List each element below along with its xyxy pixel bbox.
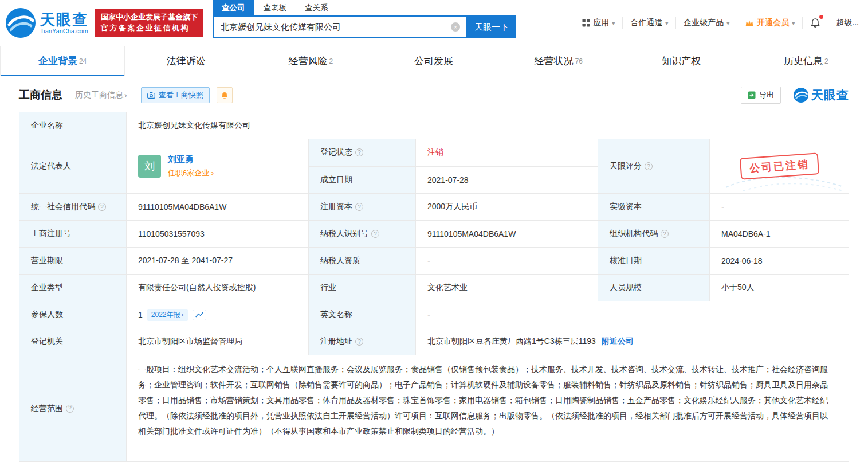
notification-red-dot xyxy=(819,15,823,19)
menu-apps-label: 应用 xyxy=(593,18,609,28)
table-row: 参保人数 1 2022年报 › 英文名称 - xyxy=(19,301,849,328)
credit-code-label: 统一社会信用代码 ? xyxy=(19,194,127,221)
reg-address-value: 北京市朝阳区豆各庄黄厂西路1号C3栋三层1193 附近公司 xyxy=(416,328,849,355)
establish-date-value: 2021-07-28 xyxy=(416,167,598,194)
menu-vip-upgrade[interactable]: 开通会员 ▾ xyxy=(737,17,802,29)
help-icon[interactable]: ? xyxy=(661,230,669,238)
clear-search-icon[interactable]: × xyxy=(451,22,460,32)
legal-rep-name-link[interactable]: 刘亚勇 xyxy=(168,154,214,165)
export-button[interactable]: 导出 xyxy=(741,87,781,104)
table-row: 登记机关 北京市朝阳区市场监督管理局 注册地址 ? 北京市朝阳区豆各庄黄厂西路1… xyxy=(19,328,849,355)
english-name-value: - xyxy=(416,301,849,328)
reg-capital-value: 2000万人民币 xyxy=(416,194,598,221)
reg-number-label: 工商注册号 xyxy=(19,221,127,248)
export-button-label: 导出 xyxy=(759,90,774,100)
help-icon[interactable]: ? xyxy=(355,203,363,211)
table-row: 法定代表人 刘 刘亚勇 任职6家企业 › 登记状态 ? xyxy=(19,139,849,194)
legal-rep-value: 刘 刘亚勇 任职6家企业 › xyxy=(127,139,309,194)
tianyancha-logo[interactable]: 天眼查 TianYanCha.com xyxy=(6,8,88,38)
tab-operation-risk[interactable]: 经营风险2 xyxy=(249,46,372,76)
page: 天眼查 TianYanCha.com 国家中小企业发展子基金旗下 官方备案企业征… xyxy=(0,0,868,466)
tab-label: 法律诉讼 xyxy=(167,54,206,68)
tab-label: 企业背景 xyxy=(38,54,77,68)
search-button[interactable]: 天眼一下 xyxy=(467,15,516,38)
table-row: 企业类型 有限责任公司(自然人投资或控股) 行业 文化艺术业 人员规模 小于50… xyxy=(19,275,849,301)
taxpayer-id-value: 91110105MA04DB6A1W xyxy=(416,221,598,248)
menu-partner[interactable]: 合作通道 ▾ xyxy=(622,17,675,29)
industry-label: 行业 xyxy=(309,275,416,301)
chevron-down-icon: ▾ xyxy=(792,20,795,26)
table-row: 经营范围 ? 一般项目：组织文化艺术交流活动；个人互联网直播服务；会议及展览服务… xyxy=(19,355,849,462)
approval-date-label: 核准日期 xyxy=(598,248,710,275)
search-tabs: 查公司 查老板 查关系 xyxy=(213,0,516,15)
table-row: 企业名称 北京媛创兄妹文化传媒有限公司 xyxy=(19,112,849,139)
paid-capital-value: - xyxy=(710,194,849,221)
history-link-label: 历史工商信息 xyxy=(75,90,123,100)
insured-count-value: 1 2022年报 › xyxy=(127,301,309,328)
company-name-value: 北京媛创兄妹文化传媒有限公司 xyxy=(127,112,849,139)
company-name-label: 企业名称 xyxy=(19,112,127,139)
export-icon xyxy=(748,91,756,99)
search-box: × xyxy=(213,15,467,38)
tab-company-development[interactable]: 公司发展 xyxy=(372,46,496,76)
search-input[interactable] xyxy=(214,22,451,32)
reg-status-label: 登记状态 ? xyxy=(309,139,416,167)
snapshot-button-label: 查看工商快照 xyxy=(159,90,203,100)
org-code-label: 组织机构代码 ? xyxy=(598,221,710,248)
view-snapshot-button[interactable]: 查看工商快照 xyxy=(141,87,210,103)
chevron-down-icon: ▾ xyxy=(726,20,729,26)
tab-history-info[interactable]: 历史信息2 xyxy=(744,46,868,76)
menu-vip-label: 开通会员 xyxy=(757,18,789,28)
business-scope-value: 一般项目：组织文化艺术交流活动；个人互联网直播服务；会议及展览服务；食品销售（仅… xyxy=(127,355,849,462)
nearby-companies-link[interactable]: 附近公司 xyxy=(602,336,634,347)
chevron-right-icon: › xyxy=(211,169,214,177)
help-icon[interactable]: ? xyxy=(645,162,653,170)
menu-apps[interactable]: 应用 ▾ xyxy=(575,17,622,29)
legal-rep-text: 刘亚勇 任职6家企业 › xyxy=(168,154,214,178)
search-tab-relation[interactable]: 查关系 xyxy=(296,0,337,15)
paid-capital-label: 实缴资本 xyxy=(598,194,710,221)
tab-label: 经营状况 xyxy=(534,54,573,68)
org-code-value: MA04DB6A-1 xyxy=(710,221,849,248)
taxpayer-id-label: 纳税人识别号 ? xyxy=(309,221,416,248)
reg-authority-value: 北京市朝阳区市场监督管理局 xyxy=(127,328,309,355)
staff-size-value: 小于50人 xyxy=(710,275,849,301)
tab-intellectual-property[interactable]: 知识产权 xyxy=(620,46,744,76)
business-term-label: 营业期限 xyxy=(19,248,127,275)
trend-chart-icon[interactable] xyxy=(193,310,206,320)
badge-line-1: 国家中小企业发展子基金旗下 xyxy=(101,12,198,23)
tab-company-background[interactable]: 企业背景24 xyxy=(0,46,125,76)
search-tab-boss[interactable]: 查老板 xyxy=(254,0,296,15)
legal-rep-label: 法定代表人 xyxy=(19,139,127,194)
menu-enterprise-product[interactable]: 企业级产品 ▾ xyxy=(675,17,737,29)
reg-authority-label: 登记机关 xyxy=(19,328,127,355)
help-icon[interactable]: ? xyxy=(98,203,106,211)
tab-count: 2 xyxy=(329,57,333,65)
tab-operation-status[interactable]: 经营状况76 xyxy=(497,46,620,76)
search-block: 查公司 查老板 查关系 × 天眼一下 xyxy=(213,0,516,38)
tianyancha-watermark-logo[interactable]: 天眼查 xyxy=(794,87,849,103)
help-icon[interactable]: ? xyxy=(355,148,363,156)
monitor-alert-button[interactable] xyxy=(217,87,233,103)
history-business-info-link[interactable]: 历史工商信息 › xyxy=(75,90,127,100)
help-icon[interactable]: ? xyxy=(355,338,363,346)
apps-grid-icon xyxy=(582,19,590,27)
table-row: 营业期限 2021-07-28 至 2041-07-27 纳税人资质 - 核准日… xyxy=(19,248,849,275)
help-icon[interactable]: ? xyxy=(371,230,379,238)
legal-rep-avatar[interactable]: 刘 xyxy=(138,155,161,178)
staff-size-label: 人员规模 xyxy=(598,275,710,301)
business-info-table: 企业名称 北京媛创兄妹文化传媒有限公司 法定代表人 刘 刘亚勇 任职6家企业 › xyxy=(19,112,849,462)
notifications-bell[interactable] xyxy=(802,17,828,29)
government-badge: 国家中小企业发展子基金旗下 官方备案企业征信机构 xyxy=(95,9,203,37)
tab-legal-proceedings[interactable]: 法律诉讼 xyxy=(125,46,249,76)
menu-enterprise-label: 企业级产品 xyxy=(684,18,724,28)
help-icon[interactable]: ? xyxy=(66,405,74,413)
user-account[interactable]: 超级... xyxy=(828,17,868,29)
reg-address-label: 注册地址 ? xyxy=(309,328,416,355)
legal-rep-companies-link[interactable]: 任职6家企业 › xyxy=(168,168,214,178)
username: 超级... xyxy=(836,18,859,28)
brand-name: 天眼查 xyxy=(40,11,88,28)
annual-report-tag[interactable]: 2022年报 › xyxy=(147,309,188,321)
search-tab-company[interactable]: 查公司 xyxy=(213,0,254,15)
chevron-down-icon: ▾ xyxy=(612,20,615,26)
